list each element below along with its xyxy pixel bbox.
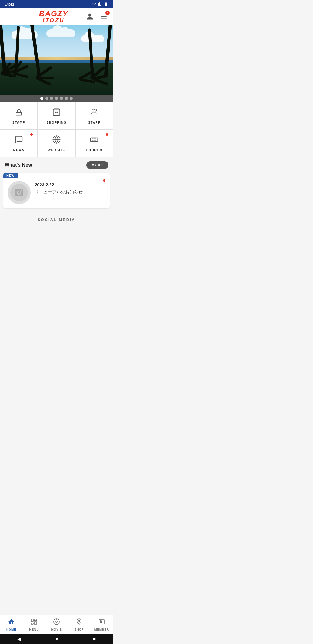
stamp-label: STAMP <box>12 121 25 124</box>
menu-item-staff[interactable]: STAFF <box>75 102 113 130</box>
staff-label: STAFF <box>88 121 100 124</box>
stamp-icon <box>14 108 23 118</box>
menu-item-shopping[interactable]: SHOPPING <box>38 102 75 130</box>
svg-point-4 <box>94 109 97 111</box>
user-icon <box>86 13 94 20</box>
menu-button[interactable]: N <box>99 12 108 21</box>
social-media-label: SOCIAL MEDIA <box>38 218 75 222</box>
svg-rect-0 <box>16 112 22 115</box>
news-card[interactable]: NEW 2023.2.22 リニューアルのお知らせ <box>3 173 110 208</box>
dot-6[interactable] <box>65 97 68 100</box>
dot-5[interactable] <box>60 97 63 100</box>
news-badge: NEW <box>3 173 18 178</box>
dot-4[interactable] <box>55 97 58 100</box>
status-icons <box>92 2 108 6</box>
hero-slider[interactable] <box>0 25 113 95</box>
coupon-icon <box>90 135 99 146</box>
news-date: 2023.2.22 <box>35 182 105 187</box>
camera-icon <box>14 188 24 197</box>
battery-icon <box>104 2 108 6</box>
header-logo: BAGZY ITOZU <box>22 10 85 23</box>
news-icon <box>14 135 23 146</box>
dot-3[interactable] <box>50 97 53 100</box>
news-thumbnail <box>8 181 31 204</box>
news-label: NEWS <box>13 148 25 152</box>
menu-item-coupon[interactable]: COUPON <box>75 130 113 157</box>
staff-icon <box>90 108 99 118</box>
svg-point-3 <box>92 109 94 111</box>
dot-7[interactable] <box>70 97 73 100</box>
shopping-icon <box>52 108 61 118</box>
signal-icon <box>98 2 102 6</box>
news-text: リニューアルのお知らせ <box>35 189 105 195</box>
whats-new-title: What's New <box>5 162 32 168</box>
app-header: BAGZY ITOZU N <box>0 8 113 25</box>
website-label: WEBSITE <box>48 148 65 152</box>
profile-button[interactable] <box>85 12 94 21</box>
header-actions: N <box>85 12 108 21</box>
logo-text: BAGZY ITOZU <box>39 10 68 23</box>
social-media-section: SOCIAL MEDIA <box>0 212 113 225</box>
dot-1[interactable] <box>40 97 43 100</box>
menu-item-news[interactable]: NEWS <box>0 130 38 157</box>
news-unread-dot <box>103 179 105 182</box>
menu-grid: STAMP SHOPPING STAFF <box>0 102 113 157</box>
logo-bagzy: BAGZY <box>39 10 68 17</box>
logo-itozu: ITOZU <box>43 17 65 23</box>
menu-item-website[interactable]: WEBSITE <box>38 130 75 157</box>
more-button[interactable]: MORE <box>86 161 108 169</box>
slider-dots <box>0 95 113 102</box>
hero-scene <box>0 25 113 95</box>
dot-2[interactable] <box>45 97 48 100</box>
status-bar: 14:41 <box>0 0 113 8</box>
menu-item-stamp[interactable]: STAMP <box>0 102 38 130</box>
whats-new-header: What's New MORE <box>0 157 113 173</box>
coupon-new-indicator <box>106 133 108 136</box>
website-icon <box>52 135 61 146</box>
news-content: 2023.2.22 リニューアルのお知らせ <box>35 177 105 195</box>
status-time: 14:41 <box>5 2 14 6</box>
shopping-label: SHOPPING <box>46 121 67 124</box>
wifi-icon <box>92 2 96 6</box>
coupon-label: COUPON <box>86 148 102 152</box>
bottom-spacer <box>0 225 113 260</box>
news-new-indicator <box>30 133 33 136</box>
notification-badge: N <box>105 11 110 15</box>
